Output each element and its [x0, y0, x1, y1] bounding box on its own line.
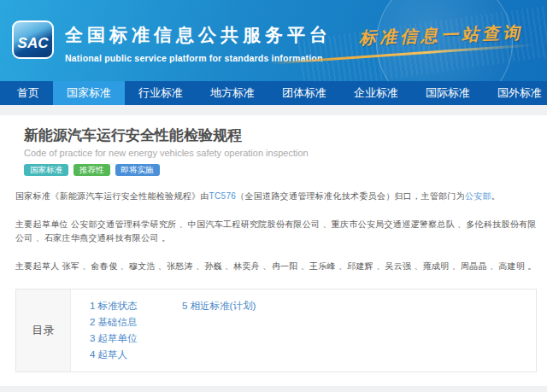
nav-item-local-standards[interactable]: 地方标准 [197, 81, 268, 105]
main-nav: 首页 国家标准 行业标准 地方标准 团体标准 企业标准 国际标准 国外标准 示范… [0, 81, 547, 105]
toc-link-drafting-units[interactable]: 3 起草单位 [90, 331, 182, 347]
platform-title-block: 全国标准信息公共服务平台 National public service pla… [65, 23, 332, 63]
intro-suffix: 。 [491, 191, 500, 201]
badge-upcoming-implementation: 即将实施 [115, 164, 160, 176]
platform-title: 全国标准信息公共服务平台 [65, 23, 332, 47]
nav-item-international-standards[interactable]: 国际标准 [412, 81, 484, 105]
site-header: SAC 全国标准信息公共服务平台 National public service… [0, 0, 547, 81]
badge-recommended: 推荐性 [74, 164, 110, 176]
toc-label: 目录 [16, 290, 71, 372]
nav-item-home[interactable]: 首页 [3, 81, 53, 105]
drafting-units-paragraph: 主要起草单位 公安部交通管理科学研究所 、中国汽车工程研究院股份有限公司 、重庆… [15, 218, 538, 246]
toc-links: 1 标准状态 2 基础信息 3 起草单位 4 起草人 5 相近标准(计划) [71, 290, 256, 372]
standard-title-en: Code of practice for new energy vehicles… [24, 148, 538, 158]
standard-detail-panel: 新能源汽车运行安全性能检验规程 Code of practice for new… [0, 115, 547, 386]
nav-item-industry-standards[interactable]: 行业标准 [125, 81, 197, 105]
standard-title: 新能源汽车运行安全性能检验规程 [24, 126, 538, 145]
toc-link-basic-info[interactable]: 2 基础信息 [90, 314, 182, 331]
nav-item-enterprise-standards[interactable]: 企业标准 [340, 81, 412, 105]
nav-item-foreign-standards[interactable]: 国外标准 [484, 81, 547, 105]
tc576-link[interactable]: TC576 [209, 191, 237, 201]
standard-intro-paragraph: 国家标准《新能源汽车运行安全性能检验规程》由TC576（全国道路交通管理标准化技… [15, 190, 538, 204]
toc-link-drafters[interactable]: 4 起草人 [90, 347, 182, 363]
toc-link-similar-standards[interactable]: 5 相近标准(计划) [182, 298, 256, 314]
ministry-of-public-security-link[interactable]: 公安部 [465, 191, 491, 201]
sac-logo: SAC [12, 20, 54, 59]
sac-logo-text: SAC [18, 35, 49, 57]
toc-column-2: 5 相近标准(计划) [182, 298, 256, 363]
badge-national-standard: 国家标准 [24, 164, 68, 176]
toc-link-standard-status[interactable]: 1 标准状态 [90, 298, 182, 314]
nav-item-group-standards[interactable]: 团体标准 [268, 81, 340, 105]
drafters-paragraph: 主要起草人 张军 、俞春俊 、穆文浩 、张怒涛 、孙巍 、林奕舟 、冉一阳 、王… [15, 260, 538, 274]
standard-badges: 国家标准 推荐性 即将实施 [24, 164, 538, 176]
nav-item-national-standards[interactable]: 国家标准 [53, 81, 125, 105]
toc-column-1: 1 标准状态 2 基础信息 3 起草单位 4 起草人 [90, 298, 182, 363]
intro-middle: （全国道路交通管理标准化技术委员会）归口，主管部门为 [236, 191, 465, 201]
toc-box: 目录 1 标准状态 2 基础信息 3 起草单位 4 起草人 5 相近标准(计划) [15, 289, 537, 372]
intro-prefix: 国家标准《新能源汽车运行安全性能检验规程》由 [15, 191, 209, 201]
